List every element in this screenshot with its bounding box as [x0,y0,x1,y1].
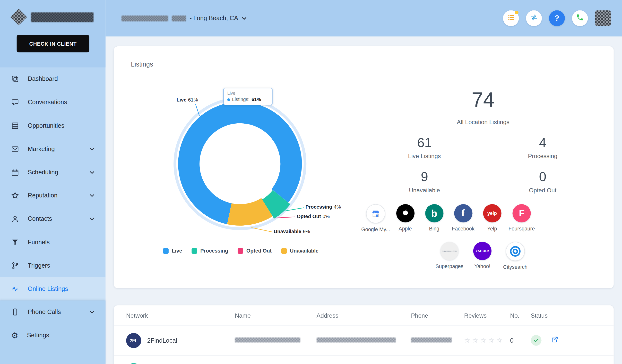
switch-account-button[interactable] [526,10,542,26]
marketing-icon [11,145,19,153]
chevron-down-icon [90,217,95,220]
sidebar-item-label: Marketing [28,146,55,152]
sidebar-item-label: Phone Calls [28,309,61,316]
user-avatar[interactable] [595,10,611,26]
check-in-client-button[interactable]: CHECK IN CLIENT [17,35,89,53]
stat-processing-label: Processing [503,153,583,160]
network-bing[interactable]: b Bing [422,204,446,232]
callout-opted-out: Opted Out0% [297,214,330,219]
sidebar-item-marketing[interactable]: Marketing [0,137,105,161]
chevron-down-icon [90,194,95,197]
sidebar-item-label: Reputation [28,192,57,199]
sidebar-item-label: Dashboard [28,75,58,83]
tooltip-label: Listings: [232,97,250,102]
legend-swatch [163,248,169,254]
stat-processing-value: 4 [503,135,583,150]
help-button[interactable]: ? [549,10,565,26]
citysearch-icon [506,242,525,261]
brand-logo-text [31,12,94,22]
legend-item-live[interactable]: Live [163,248,182,254]
sidebar-item-phone-calls[interactable]: Phone Calls [0,300,105,324]
chevron-down-icon [90,310,95,314]
smartphone-icon [11,308,19,316]
external-link-icon[interactable] [551,336,559,345]
top-header: - Long Beach, CA ? [105,0,622,36]
sidebar-item-opportunities[interactable]: Opportunities [0,114,105,137]
sidebar-item-dashboard[interactable]: Dashboard [0,68,105,91]
header-actions: ? [503,10,622,26]
tooltip-series: Live [227,91,269,96]
listings-donut-chart[interactable] [169,92,311,235]
phone-redacted [411,337,452,342]
network-icons-row-1: Google My... Apple b Bing f [363,204,534,232]
callout-live: Live61% [177,97,198,103]
network-superpages[interactable]: superpages.com Superpages [434,242,465,270]
location-selector[interactable]: - Long Beach, CA [121,15,247,22]
phone-button[interactable] [572,10,588,26]
chart-legend: Live Processing Opted Out Unavailable [138,248,344,254]
gear-icon: ⚙ [11,331,18,340]
app-root: CHECK IN CLIENT Dashboard Conversations … [0,0,622,364]
network-citysearch[interactable]: Citysearch [500,242,531,270]
table-row-partial[interactable] [114,356,614,364]
yahoo-icon: YAHOO! [473,242,491,260]
stat-opted-out-value: 0 [503,169,583,184]
legend-swatch [192,248,197,254]
listings-table-card: Network Name Address Phone Reviews No. S… [114,305,614,364]
review-count: 0 [510,337,529,344]
sidebar-item-funnels[interactable]: Funnels [0,231,105,254]
sidebar-item-label: Contacts [28,215,52,222]
network-yahoo[interactable]: YAHOO! Yahoo! [470,242,495,270]
donut-svg[interactable] [169,92,311,235]
foursquare-icon: F [512,204,531,222]
sidebar-item-contacts[interactable]: Contacts [0,207,105,231]
bing-icon: b [425,204,443,222]
network-avatar: 2FL [126,333,141,348]
callout-processing: Processing4% [305,204,341,210]
dashboard-icon [11,75,19,83]
conversations-icon [11,98,19,106]
legend-item-unavailable[interactable]: Unavailable [281,248,319,254]
status-ok-icon [531,335,541,346]
legend-item-opted-out[interactable]: Opted Out [238,248,272,254]
network-facebook[interactable]: f Facebook [451,204,475,232]
stat-opted-out-label: Opted Out [503,187,583,194]
chevron-down-icon [242,15,247,22]
funnel-icon [11,238,19,246]
location-name-redacted [121,15,168,21]
sidebar-item-scheduling[interactable]: Scheduling [0,161,105,184]
chart-tooltip: Live Listings: 61% [223,88,272,105]
brand-logo [0,0,105,25]
main-content: Listings Live61% Processing4% Opted Out0… [105,36,622,364]
network-foursquare[interactable]: F Foursqaure [509,204,534,232]
brand-logo-icon [10,9,27,25]
column-header-name: Name [235,312,317,319]
sidebar-item-settings[interactable]: ⚙ Settings [0,324,105,347]
table-row[interactable]: 2FL 2FindLocal ☆☆☆☆☆ 0 [114,325,614,356]
google-my-business-icon [366,204,385,223]
stat-live-label: Live Listings [385,153,464,160]
listings-card: Listings Live61% Processing4% Opted Out0… [114,46,614,288]
sidebar-item-reputation[interactable]: Reputation [0,184,105,207]
sidebar-item-label: Conversations [28,99,67,106]
sidebar-item-triggers[interactable]: Triggers [0,254,105,277]
network-yelp[interactable]: yelp Yelp [480,204,505,232]
column-header-address: Address [317,312,411,319]
sidebar-item-label: Triggers [28,262,50,269]
question-mark-icon: ? [555,14,559,23]
transfer-arrows-icon [530,14,538,23]
sidebar-item-label: Funnels [28,239,50,246]
sidebar-item-label: Scheduling [28,169,58,176]
sidebar-top: CHECK IN CLIENT [0,0,105,68]
network-apple[interactable]: Apple [393,204,417,232]
network-icons-row-2: superpages.com Superpages YAHOO! Yahoo! … [417,242,548,270]
location-label: - Long Beach, CA [190,15,238,22]
sidebar: CHECK IN CLIENT Dashboard Conversations … [0,0,105,364]
tasks-button[interactable] [503,10,519,26]
network-google-my-business[interactable]: Google My... [363,204,388,232]
column-header-network: Network [126,312,235,319]
sidebar-item-conversations[interactable]: Conversations [0,91,105,114]
sidebar-item-online-listings[interactable]: Online Listings [0,277,105,301]
legend-item-processing[interactable]: Processing [192,248,228,254]
sidebar-item-label: Opportunities [28,122,64,129]
